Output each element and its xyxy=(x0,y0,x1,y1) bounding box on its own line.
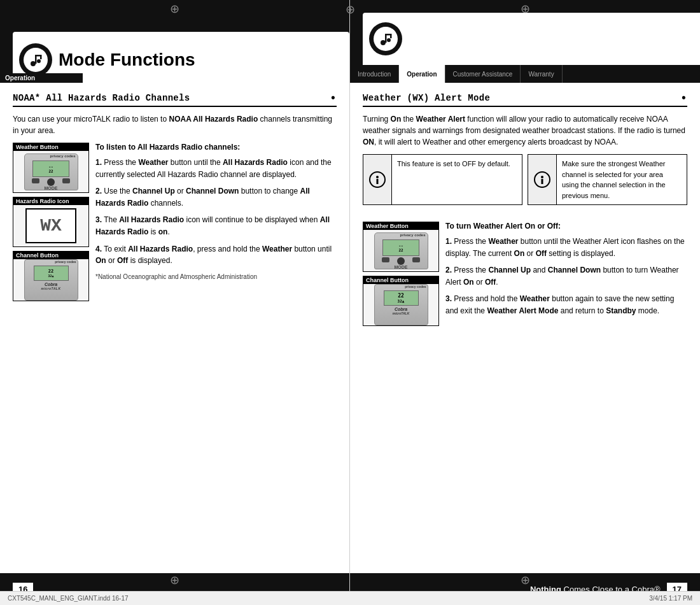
crosshair-bottom-right: ⊕ xyxy=(521,573,530,587)
hazards-radio-image: WX xyxy=(13,205,88,246)
nav-tabs: Introduction Operation Customer Assistan… xyxy=(350,65,700,83)
channel-button-label-right: Channel Button xyxy=(363,276,438,284)
info-boxes-row: This feature is set to OFF by default. M… xyxy=(363,154,687,213)
tab-operation[interactable]: Operation xyxy=(399,65,445,83)
crosshair-top-right: ⊕ xyxy=(521,2,530,16)
left-intro: You can use your microTALK radio to list… xyxy=(13,113,337,136)
channel-button-box-left: Channel Button privacy codes 22 32▲ Cobr… xyxy=(13,251,89,301)
weather-button-image-right: privacy codes -- 22 MODE xyxy=(363,230,438,271)
antenna-icon-2 xyxy=(533,171,551,189)
right-instruction-item-3: 3. Press and hold the Weather button aga… xyxy=(445,293,687,317)
info-box-1: This feature is set to OFF by default. xyxy=(363,154,522,205)
tab-introduction[interactable]: Introduction xyxy=(350,65,399,83)
wx-symbol: WX xyxy=(25,208,76,243)
right-two-col: Weather Button privacy codes -- 22 xyxy=(363,222,687,330)
channel-device-illustration: privacy codes 22 32▲ Cobra microTALK xyxy=(24,259,78,301)
bottom-file-info: CXT545C_MANL_ENG_GIANT.indd 16-17 3/4/15… xyxy=(0,591,700,605)
svg-point-14 xyxy=(541,176,543,178)
channel-device-illustration-right: privacy codes 22 32▲ Cobra microTALK xyxy=(374,284,428,325)
instruction-item-1: 1. Press the Weather button until the Al… xyxy=(95,157,337,180)
crosshair-top-center: ⊕ xyxy=(346,3,355,17)
instruction-item-3: 3. The All Hazards Radio icon will conti… xyxy=(95,214,337,238)
instructions-list-right: 1. Press the Weather button until the We… xyxy=(445,236,687,317)
right-header-icon xyxy=(369,22,402,55)
tab-warranty[interactable]: Warranty xyxy=(521,65,562,83)
left-images-col: Weather Button privacy codes -- 22 xyxy=(13,143,89,305)
svg-rect-15 xyxy=(542,179,543,184)
info-box-2: Make sure the strongest Weather channel … xyxy=(528,154,687,205)
info-box-2-text: Make sure the strongest Weather channel … xyxy=(557,155,687,204)
file-date: 3/4/15 1:17 PM xyxy=(649,595,692,602)
channel-button-image-left: privacy codes 22 32▲ Cobra microTALK xyxy=(13,259,88,301)
channel-button-box-right: Channel Button privacy codes 22 32▲ Cobr… xyxy=(363,276,439,326)
svg-point-11 xyxy=(376,176,379,178)
svg-rect-8 xyxy=(390,34,392,38)
weather-button-label-right: Weather Button xyxy=(363,222,438,230)
svg-point-5 xyxy=(381,40,386,45)
hazards-radio-icon-box: Hazards Radio Icon WX xyxy=(13,197,89,247)
right-images-col: Weather Button privacy codes -- 22 xyxy=(363,222,439,330)
tab-customer-assistance[interactable]: Customer Assistance xyxy=(445,65,521,83)
section-dot: • xyxy=(330,93,337,104)
music-note-icon xyxy=(29,53,43,67)
right-instruction-item-2: 2. Press the Channel Up and Channel Down… xyxy=(445,264,687,288)
right-instructions-col: To turn Weather Alert On or Off: 1. Pres… xyxy=(445,222,687,330)
instructions-heading-right: To turn Weather Alert On or Off: xyxy=(445,222,687,231)
right-instruction-item-1: 1. Press the Weather button until the We… xyxy=(445,236,687,259)
weather-button-box: Weather Button privacy codes -- 22 xyxy=(13,143,89,193)
weather-device-illustration: privacy codes -- 22 MODE xyxy=(24,153,78,190)
svg-point-0 xyxy=(31,61,36,66)
left-operation-label: Operation xyxy=(0,73,83,83)
right-intro: Turning On the Weather Alert function wi… xyxy=(363,113,687,148)
right-section-heading: Weather (WX) Alert Mode • xyxy=(363,93,687,107)
instructions-heading-left: To listen to All Hazards Radio channels: xyxy=(95,143,337,152)
left-instructions-col: To listen to All Hazards Radio channels:… xyxy=(95,143,337,305)
weather-button-label: Weather Button xyxy=(13,143,88,151)
footnote: *National Oceanographic and Atmospheric … xyxy=(95,273,337,280)
svg-point-4 xyxy=(37,59,41,63)
left-header-icon xyxy=(19,43,52,76)
left-content: NOAA* All Hazards Radio Channels • You c… xyxy=(0,83,349,573)
left-two-col: Weather Button privacy codes -- 22 xyxy=(13,143,337,305)
instruction-item-2: 2. Use the Channel Up or Channel Down bu… xyxy=(95,185,337,209)
instructions-list-left: 1. Press the Weather button until the Al… xyxy=(95,157,337,267)
instruction-item-4: 4. To exit All Hazards Radio, press and … xyxy=(95,243,337,267)
weather-device-illustration-right: privacy codes -- 22 MODE xyxy=(374,232,428,269)
crosshair-top-left: ⊕ xyxy=(170,2,179,16)
file-name: CXT545C_MANL_ENG_GIANT.indd 16-17 xyxy=(8,595,129,602)
svg-rect-3 xyxy=(40,55,42,59)
svg-rect-12 xyxy=(377,179,379,184)
antenna-icon-1 xyxy=(368,171,386,189)
left-page: Mode Functions Operation NOAA* All Hazar… xyxy=(0,0,350,605)
left-section-heading: NOAA* All Hazards Radio Channels • xyxy=(13,93,337,107)
music-note-icon-right xyxy=(379,32,393,46)
crosshair-bottom-left: ⊕ xyxy=(170,573,179,587)
weather-button-box-right: Weather Button privacy codes -- 22 xyxy=(363,222,439,272)
info-box-1-text: This feature is set to OFF by default. xyxy=(392,155,515,204)
info-icon-1 xyxy=(363,155,392,204)
channel-button-label-left: Channel Button xyxy=(13,252,88,259)
channel-button-image-right: privacy codes 22 32▲ Cobra microTALK xyxy=(363,284,438,325)
left-header-title: Mode Functions xyxy=(59,50,195,70)
right-page: Introduction Operation Customer Assistan… xyxy=(350,0,700,605)
svg-point-9 xyxy=(387,38,391,42)
right-content: Weather (WX) Alert Mode • Turning On the… xyxy=(350,83,700,573)
weather-button-image: privacy codes -- 22 MODE xyxy=(13,151,88,192)
right-section-dot: • xyxy=(680,93,687,104)
info-icon-2 xyxy=(528,155,557,204)
hazards-radio-label: Hazards Radio Icon xyxy=(13,197,88,205)
